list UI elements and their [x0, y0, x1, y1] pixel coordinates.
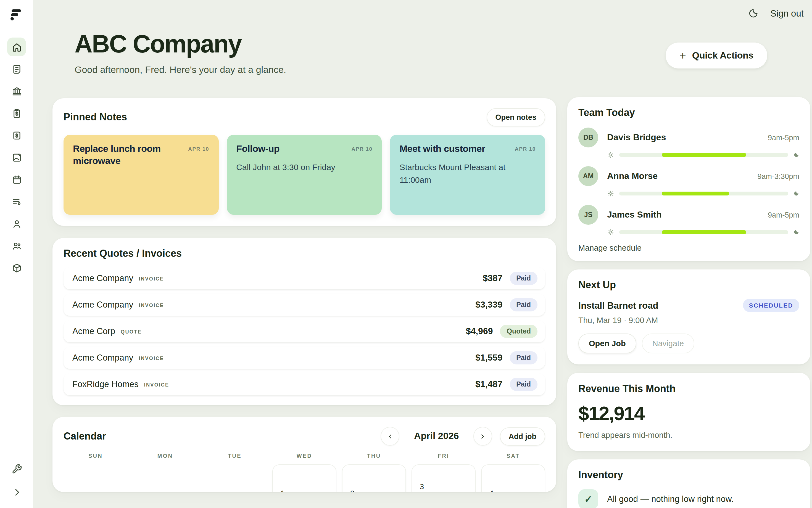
note-card[interactable]: Meet with customer APR 10 Starbucks Moun… — [390, 135, 545, 215]
job-datetime: Thu, Mar 19 · 9:00 AM — [578, 316, 799, 325]
calendar-month-label: April 2026 — [414, 431, 459, 442]
moon-icon — [793, 190, 799, 197]
sidebar-item-notes[interactable] — [7, 59, 26, 78]
prev-month-button[interactable] — [381, 427, 400, 446]
avatar: JS — [578, 205, 598, 225]
add-job-button[interactable]: Add job — [500, 427, 545, 445]
client-name: Acme Corp — [72, 326, 115, 336]
next-up-card: Next Up Install Barnet road SCHEDULED Th… — [567, 269, 810, 365]
note-card[interactable]: Follow-up APR 10 Call John at 3:30 on Fr… — [227, 135, 382, 215]
plus-icon: + — [680, 50, 686, 61]
sidebar-item-inventory[interactable] — [7, 258, 26, 277]
calendar-day-cell[interactable]: 3 Good Friday — [411, 464, 476, 492]
chevron-right-icon — [11, 487, 22, 497]
shift-bar-track — [619, 153, 788, 157]
calendar-day-cell[interactable]: 2 — [342, 464, 406, 492]
main-content: ABC Company Good afternoon, Fred. Here's… — [33, 0, 812, 508]
sidebar — [0, 0, 33, 508]
invoice-row[interactable]: Acme Corp QUOTE $4,969 Quoted — [64, 320, 545, 342]
recent-invoices-card: Recent Quotes / Invoices Acme Company IN… — [52, 238, 556, 405]
shift-bar-track — [619, 230, 788, 234]
topbar: Sign out — [747, 7, 804, 19]
page-title: ABC Company — [75, 30, 556, 58]
client-name: Acme Company — [72, 300, 133, 310]
calendar-day-cell[interactable]: 1 — [272, 464, 336, 492]
sidebar-item-invoices[interactable] — [7, 126, 26, 145]
calendar-controls: April 2026 Add job — [381, 427, 545, 446]
left-column: ABC Company Good afternoon, Fred. Here's… — [52, 0, 556, 492]
avatar: DB — [578, 128, 598, 147]
sidebar-item-photos[interactable] — [7, 148, 26, 167]
member-hours: 9am-3:30pm — [757, 172, 799, 180]
status-badge: Paid — [510, 298, 537, 311]
sidebar-item-team[interactable] — [7, 236, 26, 255]
navigate-button[interactable]: Navigate — [642, 334, 694, 353]
sidebar-item-bank[interactable] — [7, 82, 26, 100]
calendar-title: Calendar — [64, 430, 106, 442]
sign-out-button[interactable]: Sign out — [770, 8, 804, 18]
sun-icon — [607, 228, 614, 236]
manage-schedule-link[interactable]: Manage schedule — [578, 244, 799, 252]
open-notes-button[interactable]: Open notes — [486, 108, 545, 126]
clipboard-dollar-icon — [11, 108, 22, 119]
client-name: Acme Company — [72, 273, 133, 283]
status-badge: Paid — [510, 351, 537, 365]
invoice-row[interactable]: FoxRidge Homes INVOICE $1,487 Paid — [64, 373, 545, 395]
revenue-title: Revenue This Month — [578, 383, 799, 395]
scheduled-badge: SCHEDULED — [743, 299, 799, 312]
moon-icon — [793, 152, 799, 158]
doc-type-label: QUOTE — [121, 329, 142, 335]
open-job-button[interactable]: Open Job — [578, 334, 636, 353]
sidebar-item-settings[interactable] — [7, 459, 26, 478]
calendar-day-cell[interactable]: 4 — [481, 464, 545, 492]
calendar-grid: 1 2 3 Good Friday 4 — [64, 464, 545, 492]
amount: $3,339 — [475, 300, 502, 310]
next-month-button[interactable] — [474, 427, 492, 446]
amount: $387 — [483, 273, 502, 283]
moon-icon — [748, 8, 759, 18]
day-header: TUE — [203, 453, 267, 459]
quick-actions-button[interactable]: + Quick Actions — [665, 43, 767, 69]
sidebar-item-customers[interactable] — [7, 214, 26, 233]
users-icon — [11, 241, 22, 251]
member-hours: 9am-5pm — [768, 133, 799, 142]
team-member: DB Davis Bridges 9am-5pm — [578, 128, 799, 159]
day-number: 1 — [281, 489, 336, 492]
doc-type-label: INVOICE — [139, 303, 164, 308]
package-icon — [11, 262, 22, 273]
invoice-row[interactable]: Acme Company INVOICE $1,559 Paid — [64, 347, 545, 369]
revenue-caption: Trend appears mid-month. — [578, 431, 799, 439]
member-name: Davis Bridges — [607, 132, 666, 142]
page-header: ABC Company Good afternoon, Fred. Here's… — [75, 30, 556, 76]
sidebar-item-home[interactable] — [7, 38, 26, 56]
member-hours: 9am-5pm — [768, 211, 799, 219]
note-title: Replace lunch room microwave — [73, 143, 167, 168]
wrench-icon — [11, 464, 22, 474]
day-header: SAT — [481, 453, 545, 459]
note-card[interactable]: Replace lunch room microwave APR 10 — [64, 135, 218, 215]
calendar-card: Calendar April 2026 — [52, 417, 556, 492]
avatar: AM — [578, 166, 598, 186]
pinned-notes-title: Pinned Notes — [64, 112, 127, 123]
bank-icon — [11, 86, 22, 96]
shift-bar-fill — [661, 153, 746, 157]
greeting-text: Good afternoon, Fred. Here's your day at… — [75, 65, 556, 76]
sidebar-item-estimates[interactable] — [7, 104, 26, 123]
job-title: Install Barnet road — [578, 300, 658, 310]
sidebar-collapse-button[interactable] — [7, 482, 26, 501]
theme-toggle-button[interactable] — [747, 7, 759, 19]
note-title: Follow-up — [236, 143, 280, 156]
invoice-row[interactable]: Acme Company INVOICE $3,339 Paid — [64, 294, 545, 316]
calendar-icon — [11, 174, 22, 185]
dashboard-page: Sign out + Quick Actions ABC Company Goo… — [0, 0, 812, 508]
sun-icon — [607, 151, 614, 159]
invoice-row[interactable]: Acme Company INVOICE $387 Paid — [64, 267, 545, 289]
shift-bar-track — [619, 192, 788, 196]
sidebar-item-calendar[interactable] — [7, 170, 26, 189]
home-icon — [11, 42, 22, 52]
amount: $1,559 — [475, 353, 502, 363]
client-name: FoxRidge Homes — [72, 379, 139, 389]
day-header: MON — [133, 453, 197, 459]
sidebar-item-jobs-list[interactable] — [7, 192, 26, 211]
calendar-day-headers: SUN MON TUE WED THU FRI SAT — [64, 453, 545, 459]
